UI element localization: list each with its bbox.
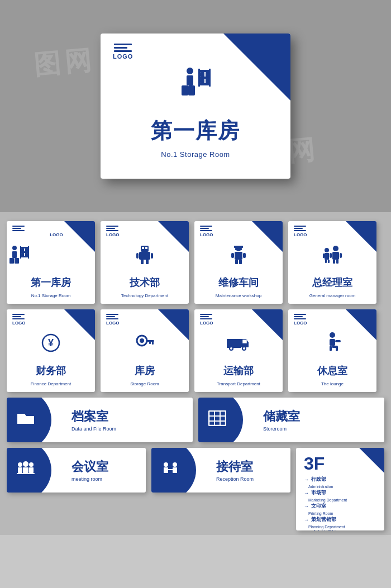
card-finance: LOGO ¥ 财务部 Finance Department [7,309,95,392]
svg-rect-30 [136,253,139,259]
card-storeroom: 储藏室 Storeroom [198,398,384,442]
hero-english-text: No.1 Storage Room [101,150,290,159]
svg-rect-31 [151,253,153,259]
dir-arrow-5: → [304,530,309,531]
card-storage-2: LOGO 库房 Storage Room [101,309,189,392]
card-transport: LOGO 运输部 Transport Department [194,309,283,392]
svg-rect-83 [23,467,28,473]
svg-rect-40 [235,260,238,264]
card-english-tech: Technology Department [101,293,189,298]
svg-rect-35 [235,248,242,250]
svg-rect-8 [209,69,211,87]
svg-rect-15 [9,258,14,264]
svg-point-13 [12,246,17,250]
svg-rect-19 [20,256,29,257]
svg-rect-43 [332,252,339,260]
svg-rect-73 [336,346,338,351]
card-corner [158,309,189,340]
svg-rect-46 [333,260,335,264]
dir-dept-row-3: → 文印室 [304,503,376,510]
dir-en-4: Planning Department [308,525,376,529]
svg-rect-20 [20,246,21,259]
cards-row-3: 档案室 Data and File Room 储藏室 Storeroom [7,398,384,442]
svg-rect-67 [242,340,247,343]
cards-row-1: LOGO [7,221,384,304]
ml1 [12,314,25,315]
ml3 [106,230,118,231]
dir-dept-2: 市场部 [311,489,326,496]
svg-rect-21 [28,246,29,259]
ml3 [12,318,25,319]
svg-rect-45 [340,253,342,258]
svg-point-0 [187,68,193,74]
finance-icon: ¥ [41,333,61,355]
mini-logo: LOGO [106,226,120,237]
meeting-text: 会议室 meeting room [71,458,108,482]
lounge-icon [320,332,345,355]
mini-logo-text-7: LOGO [200,321,213,326]
dir-dept-row-4: → 策划营销部 [304,516,376,523]
archive-icon [16,410,36,430]
dir-item-4: → 策划营销部 Planning Department [304,516,376,529]
card-english-manager: General manager room [288,293,376,298]
dir-dept-1: 行政部 [311,476,326,483]
mini-logo-text-6: LOGO [106,321,120,326]
svg-rect-5 [198,77,211,79]
card-logo-4: LOGO [294,226,307,237]
card-chinese-storage-1: 第一库房 [7,276,95,289]
dir-en-3: Printing Room [308,511,376,515]
svg-rect-85 [29,467,34,473]
dir-arrow-4: → [304,517,309,523]
svg-rect-29 [139,252,150,260]
svg-rect-36 [234,246,243,248]
storeroom-icon [207,410,227,430]
svg-rect-6 [198,83,211,85]
svg-rect-57 [146,340,154,342]
svg-rect-9 [200,72,204,77]
card-corner [346,221,376,252]
svg-rect-52 [328,260,330,263]
svg-rect-50 [323,254,325,258]
logo-line-2 [114,47,127,49]
ml3 [200,230,212,231]
svg-rect-44 [330,253,332,258]
dir-en-2: Marketing Department [308,498,376,502]
ml1 [294,314,306,315]
ml1 [294,226,306,227]
mini-logo: LOGO [12,226,95,237]
svg-rect-2 [182,85,188,95]
svg-rect-33 [146,260,149,264]
svg-point-84 [29,462,34,467]
svg-rect-26 [141,246,149,252]
manager-icon [320,245,345,267]
wide-chinese-meeting: 会议室 [71,458,108,475]
mini-logo: LOGO [106,314,120,326]
svg-rect-18 [20,251,29,253]
svg-point-89 [173,462,177,467]
logo-lines [114,44,132,52]
card-english-lounge: The lounge [288,381,376,386]
svg-rect-49 [325,253,329,260]
mini-logo: LOGO [12,314,26,326]
svg-text:¥: ¥ [48,337,54,348]
mini-logo: LOGO [200,314,213,326]
ml2 [12,316,21,317]
ml1 [106,226,118,227]
svg-point-42 [333,246,338,251]
ml1 [200,314,212,315]
svg-point-66 [243,347,245,350]
svg-rect-16 [15,258,19,264]
svg-rect-32 [141,260,144,264]
svg-rect-37 [235,252,242,260]
floor-label: 3F [304,455,376,472]
mini-logo-text: LOGO [12,232,95,237]
card-chinese-lounge: 休息室 [288,364,376,377]
svg-rect-24 [21,253,24,256]
card-corner [64,309,95,340]
wide-chinese-reception: 接待室 [216,458,254,475]
wide-chinese-archive: 档案室 [71,408,116,425]
ml2 [106,316,115,317]
svg-rect-81 [18,467,22,473]
hero-chinese-text: 第一库房 [101,117,290,145]
ml2 [294,316,303,317]
